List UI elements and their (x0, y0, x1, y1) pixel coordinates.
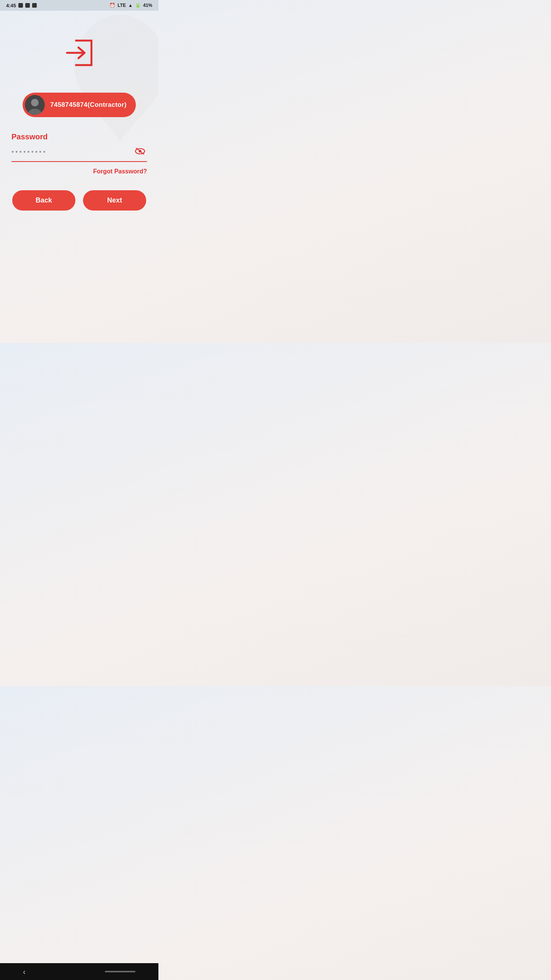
widget-icon-1 (25, 3, 30, 8)
signal-icon: ▲ (128, 3, 133, 8)
login-icon (64, 38, 95, 68)
password-input[interactable] (11, 147, 133, 158)
status-right: ⏰ LTE ▲ 🔋 41% (109, 3, 152, 8)
user-pill: 7458745874(Contractor) (23, 93, 135, 117)
user-name: 7458745874(Contractor) (50, 101, 126, 109)
signal-label: LTE (117, 3, 126, 8)
battery-label: 41% (143, 3, 152, 8)
password-input-wrapper (11, 146, 147, 162)
avatar (25, 95, 45, 115)
login-icon-container (64, 38, 95, 70)
password-label: Password (11, 132, 147, 141)
next-button[interactable]: Next (83, 190, 146, 211)
widget-icon-2 (32, 3, 37, 8)
battery-icon: 🔋 (135, 3, 141, 8)
status-bar: 4:45 ⏰ LTE ▲ 🔋 41% (0, 0, 158, 11)
forgot-password-link[interactable]: Forgot Password? (11, 168, 147, 175)
status-left: 4:45 (6, 3, 37, 8)
photo-icon (18, 3, 23, 8)
main-content: 7458745874(Contractor) Password Forgot P… (0, 11, 158, 226)
form-section: Password Forgot Password? Back Next (11, 132, 147, 211)
buttons-row: Back Next (11, 190, 147, 211)
back-button[interactable]: Back (12, 190, 75, 211)
svg-point-2 (31, 99, 39, 106)
status-time: 4:45 (6, 3, 16, 8)
alarm-icon: ⏰ (109, 3, 115, 8)
toggle-password-icon[interactable] (133, 146, 147, 158)
